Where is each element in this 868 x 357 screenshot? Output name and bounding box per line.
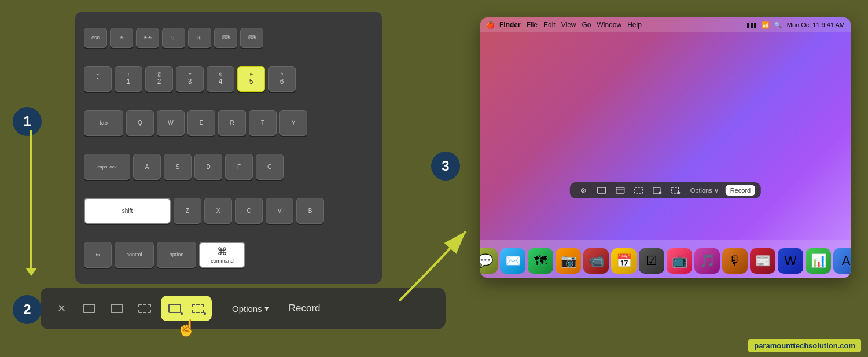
window-icon: [111, 304, 123, 313]
key-r[interactable]: R: [218, 110, 246, 136]
key-f6[interactable]: ⌨: [240, 28, 263, 48]
key-w[interactable]: W: [157, 110, 185, 136]
mac-record-btn[interactable]: Record: [726, 185, 755, 196]
key-4[interactable]: $4: [207, 66, 234, 92]
keyboard-display: esc ☀ ☀☀ ⊡ ⊞ ⌨ ⌨ ~` !1 @2 #3 $4 %5 ^6 ta…: [75, 12, 382, 284]
mac-fullscreen-btn[interactable]: [594, 185, 609, 196]
mac-selection-btn[interactable]: [631, 185, 646, 196]
step-3-badge: 3: [431, 152, 460, 181]
finder-menu[interactable]: Finder: [499, 21, 521, 29]
key-f2[interactable]: ☀☀: [136, 28, 159, 48]
key-f1[interactable]: ☀: [110, 28, 133, 48]
dock-numbers-icon[interactable]: 📊: [806, 248, 831, 274]
key-b[interactable]: B: [296, 198, 324, 224]
mac-options-btn[interactable]: Options ∨: [687, 186, 722, 196]
dashed-record-button[interactable]: ●: [187, 298, 208, 319]
watermark: paramounttechsolution.com: [748, 339, 861, 352]
window-capture-button[interactable]: [105, 297, 128, 320]
fullscreen-capture-button[interactable]: [78, 297, 101, 320]
help-menu[interactable]: Help: [627, 21, 642, 29]
keyboard-row-fn: esc ☀ ☀☀ ⊡ ⊞ ⌨ ⌨: [84, 20, 373, 55]
keyboard-row-bottom: fn control option ⌘ command: [84, 234, 373, 275]
dock-facetime-icon[interactable]: 📹: [583, 248, 609, 274]
key-f4[interactable]: ⊞: [188, 28, 211, 48]
key-t[interactable]: T: [249, 110, 277, 136]
key-2[interactable]: @2: [145, 66, 173, 92]
dock-music-icon[interactable]: 🎵: [694, 248, 720, 274]
key-esc[interactable]: esc: [84, 28, 107, 48]
key-f3[interactable]: ⊡: [162, 28, 185, 48]
dock-maps-icon[interactable]: 🗺: [528, 248, 553, 274]
key-option[interactable]: option: [157, 242, 196, 268]
wifi-icon: 📶: [762, 21, 770, 29]
mac-close-btn[interactable]: ⊗: [576, 185, 591, 196]
dock-photos-icon[interactable]: 📷: [556, 248, 581, 274]
mac-screen-rec-btn[interactable]: [650, 185, 665, 196]
edit-menu[interactable]: Edit: [543, 21, 556, 29]
chevron-down-icon: ▾: [264, 303, 269, 314]
file-menu[interactable]: File: [527, 21, 538, 29]
mac-dashed-rec-btn[interactable]: [668, 185, 683, 196]
mac-dock: 🔵 🚀 🧭 💬 ✉️ 🗺 📷 📹 📅 ☑ 📺 🎵 🎙 📰 W 📊 A ☀ 🐦 🗑: [480, 240, 851, 278]
battery-icon: ▮▮▮: [746, 21, 757, 29]
key-5-highlighted[interactable]: %5: [237, 66, 265, 92]
screen-record-button[interactable]: ●: [164, 298, 185, 319]
dock-word-icon[interactable]: W: [778, 248, 803, 274]
apple-menu-icon[interactable]: 🍎: [486, 21, 495, 29]
key-x[interactable]: X: [204, 198, 232, 224]
record-button[interactable]: Record: [279, 299, 330, 318]
key-e[interactable]: E: [187, 110, 215, 136]
key-g[interactable]: G: [256, 154, 284, 180]
svg-rect-2: [616, 187, 624, 193]
search-icon[interactable]: 🔍: [774, 21, 782, 29]
dock-mail-icon[interactable]: ✉️: [500, 248, 525, 274]
key-c[interactable]: C: [235, 198, 263, 224]
window-menu[interactable]: Window: [597, 21, 622, 29]
svg-rect-1: [598, 187, 606, 193]
key-6[interactable]: ^6: [268, 66, 296, 92]
dock-messages-icon[interactable]: 💬: [480, 248, 498, 274]
selection-icon: [138, 304, 151, 313]
svg-rect-4: [635, 187, 643, 193]
dashed-record-icon: ●: [192, 304, 204, 313]
mac-menu-items: Finder File Edit View Go Window Help: [499, 21, 642, 29]
key-d[interactable]: D: [194, 154, 222, 180]
key-tilde[interactable]: ~`: [84, 66, 112, 92]
view-menu[interactable]: View: [561, 21, 576, 29]
key-shift-highlighted[interactable]: shift: [84, 198, 171, 224]
key-a[interactable]: A: [133, 154, 161, 180]
key-control[interactable]: control: [115, 242, 154, 268]
close-toolbar-button[interactable]: ✕: [50, 297, 73, 320]
dock-calendar-icon[interactable]: 📅: [611, 248, 637, 274]
key-3[interactable]: #3: [176, 66, 204, 92]
key-s[interactable]: S: [164, 154, 192, 180]
dock-news-icon[interactable]: 📰: [750, 248, 775, 274]
screenshot-toolbar: ✕ ● ● ☝ Options ▾ Record: [41, 288, 446, 329]
key-tab[interactable]: tab: [84, 110, 123, 136]
dock-reminders-icon[interactable]: ☑: [639, 248, 664, 274]
svg-point-8: [677, 192, 680, 194]
key-q[interactable]: Q: [126, 110, 154, 136]
fullscreen-icon: [83, 304, 95, 313]
key-command-highlighted[interactable]: ⌘ command: [199, 242, 245, 268]
options-button[interactable]: Options ▾: [226, 300, 275, 317]
key-z[interactable]: Z: [174, 198, 201, 224]
finger-cursor: ☝: [176, 318, 197, 337]
key-1[interactable]: !1: [115, 66, 142, 92]
dock-podcasts-icon[interactable]: 🎙: [722, 248, 748, 274]
step-2-badge: 2: [13, 295, 42, 324]
arrow-down: [30, 130, 32, 269]
screen-record-icon: ●: [168, 304, 181, 313]
selection-capture-button[interactable]: [133, 297, 156, 320]
key-y[interactable]: Y: [279, 110, 307, 136]
svg-point-6: [659, 192, 661, 194]
key-capslock[interactable]: caps lock: [84, 154, 130, 180]
dock-store-icon[interactable]: A: [833, 248, 851, 274]
key-f[interactable]: F: [225, 154, 253, 180]
key-f5[interactable]: ⌨: [214, 28, 237, 48]
go-menu[interactable]: Go: [582, 21, 591, 29]
key-v[interactable]: V: [266, 198, 293, 224]
mac-window-btn[interactable]: [613, 185, 628, 196]
key-fn[interactable]: fn: [84, 242, 112, 268]
dock-tv-icon[interactable]: 📺: [667, 248, 692, 274]
